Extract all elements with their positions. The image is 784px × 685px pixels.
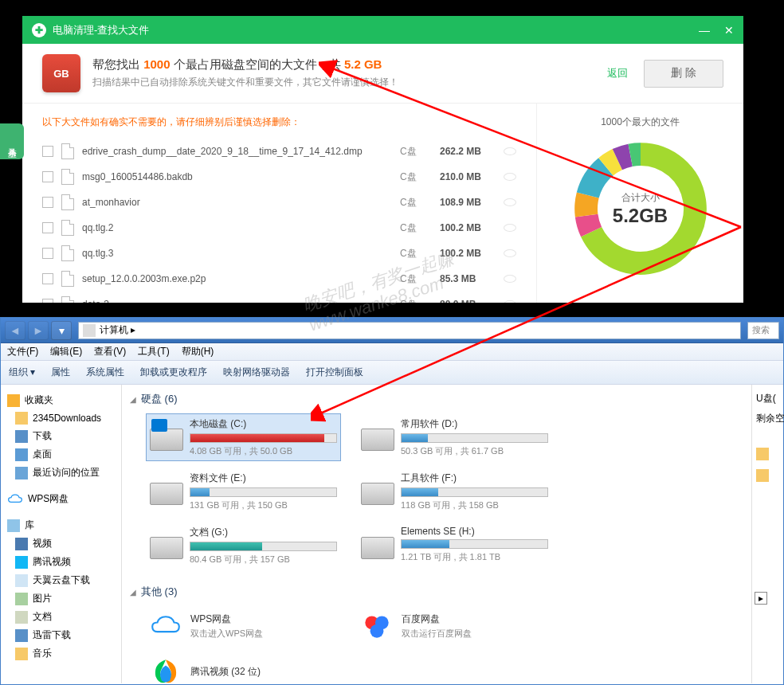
drive-stats: 131 GB 可用 , 共 150 GB [190, 499, 337, 511]
drive-item[interactable]: 资料文件 (E:)131 GB 可用 , 共 150 GB [146, 468, 341, 515]
file-icon [61, 143, 74, 159]
section-disks[interactable]: ◢硬盘 (6) [130, 389, 743, 409]
file-row[interactable]: edrive_crash_dump__date_2020_9_18__time_… [42, 139, 516, 164]
sidebar-item[interactable]: 图片 [1, 589, 121, 608]
nav-dropdown-button[interactable]: ▾ [51, 321, 72, 340]
nav-back-button[interactable]: ◄ [5, 321, 25, 340]
eye-icon[interactable] [504, 275, 516, 283]
eye-icon[interactable] [504, 198, 516, 206]
delete-button[interactable]: 删 除 [644, 60, 723, 88]
drive-item[interactable]: 工具软件 (F:)118 GB 可用 , 共 158 GB [357, 468, 552, 515]
sidebar-item[interactable]: 桌面 [1, 445, 121, 464]
checkbox-icon[interactable] [42, 171, 53, 182]
checkbox-icon[interactable] [42, 222, 53, 233]
file-size: 100.2 MB [440, 222, 504, 233]
drive-name: 常用软件 (D:) [401, 417, 548, 431]
file-list: 以下大文件如有确实不需要的，请仔细辨别后谨慎选择删除： edrive_crash… [22, 104, 536, 303]
drive-name: 资料文件 (E:) [190, 472, 337, 485]
drive-item[interactable]: Elements SE (H:)1.21 TB 可用 , 共 1.81 TB [357, 522, 552, 570]
doc-icon [15, 611, 28, 624]
window-title: 电脑清理-查找大文件 [53, 23, 149, 37]
file-row[interactable]: data-3C盘80.0 MB [42, 292, 516, 303]
app-icon [149, 656, 182, 683]
file-icon [61, 296, 74, 303]
eye-icon[interactable] [504, 173, 516, 181]
toolbar-item[interactable]: 系统属性 [86, 366, 124, 379]
cleaner-header: GB 帮您找出 1000 个最占用磁盘空间的大文件，共 5.2 GB 扫描结果中… [22, 44, 743, 104]
eye-icon[interactable] [504, 249, 516, 257]
search-box[interactable]: 搜索 [747, 322, 779, 339]
places-icon [15, 467, 28, 480]
sidebar-item[interactable]: 下载 [1, 427, 121, 445]
file-size: 100.2 MB [440, 248, 504, 259]
nav-forward-button[interactable]: ► [28, 321, 49, 340]
sidebar-item-wps[interactable]: WPS网盘 [1, 490, 121, 508]
sidebar-item[interactable]: 天翼云盘下载 [1, 571, 121, 589]
menu-item[interactable]: 工具(T) [138, 345, 169, 358]
lib-icon [7, 519, 20, 532]
drive-icon [150, 472, 183, 505]
drive-item[interactable]: 本地磁盘 (C:)4.08 GB 可用 , 共 50.0 GB [146, 413, 341, 461]
file-size: 108.9 MB [440, 197, 504, 208]
file-row[interactable]: setup_12.0.0.2003m.exe.p2pC盘85.3 MB [42, 266, 516, 292]
toolbar-item[interactable]: 映射网络驱动器 [223, 366, 290, 379]
toolbar: 组织 ▾属性系统属性卸载或更改程序映射网络驱动器打开控制面板 [1, 361, 783, 385]
file-name: data-3 [82, 299, 400, 303]
drive-item[interactable]: 常用软件 (D:)50.3 GB 可用 , 共 61.7 GB [357, 413, 552, 461]
sidebar-item[interactable]: 音乐 [1, 644, 121, 663]
other-item[interactable]: 腾讯视频 (32 位) [146, 652, 341, 683]
drive-stats: 80.4 GB 可用 , 共 157 GB [190, 554, 337, 566]
toolbar-item[interactable]: 卸载或更改程序 [140, 366, 207, 379]
other-item[interactable]: 百度网盘双击运行百度网盘 [357, 606, 552, 646]
eye-icon[interactable] [504, 224, 516, 232]
checkbox-icon[interactable] [42, 299, 53, 303]
eye-icon[interactable] [504, 147, 516, 155]
menu-item[interactable]: 帮助(H) [182, 345, 214, 358]
sidebar-item[interactable]: 视频 [1, 534, 121, 553]
sidebar-item[interactable]: 2345Downloads [1, 409, 121, 427]
sidebar-item[interactable]: 最近访问的位置 [1, 464, 121, 482]
file-row[interactable]: at_monhaviorC盘108.9 MB [42, 190, 516, 215]
file-size: 210.0 MB [440, 171, 504, 182]
toolbar-item[interactable]: 属性 [51, 366, 70, 379]
eye-icon[interactable] [504, 300, 516, 303]
file-icon [61, 169, 74, 185]
file-name: qq.tlg.3 [82, 248, 400, 259]
menu-item[interactable]: 文件(F) [7, 345, 38, 358]
toolbar-item[interactable]: 组织 ▾ [9, 366, 35, 379]
file-size: 262.2 MB [440, 146, 504, 157]
app-icon [149, 609, 182, 643]
address-path: 计算机 ▸ [100, 323, 135, 337]
folder-icon[interactable] [756, 469, 769, 482]
sidebar-item[interactable]: 文档 [1, 608, 121, 626]
drive-item[interactable]: 文档 (G:)80.4 GB 可用 , 共 157 GB [146, 522, 341, 570]
back-link[interactable]: 返回 [607, 66, 628, 80]
file-row[interactable]: msg0_1600514486.bakdbC盘210.0 MB [42, 164, 516, 190]
close-button[interactable]: ✕ [724, 24, 734, 37]
file-disk: C盘 [400, 221, 440, 235]
section-other[interactable]: ◢其他 (3) [130, 581, 743, 602]
other-item[interactable]: WPS网盘双击进入WPS网盘 [146, 606, 341, 646]
toolbar-item[interactable]: 打开控制面板 [306, 366, 363, 379]
minimize-button[interactable]: — [699, 24, 710, 37]
checkbox-icon[interactable] [42, 146, 53, 157]
menu-item[interactable]: 编辑(E) [50, 345, 82, 358]
sidebar-item[interactable]: 收藏夹 [1, 391, 121, 409]
file-name: at_monhavior [82, 197, 400, 208]
menubar: 文件(F)编辑(E)查看(V)工具(T)帮助(H) [1, 343, 783, 361]
folder-icon[interactable] [756, 448, 769, 460]
side-tab[interactable]: 马查杀 [0, 123, 24, 159]
file-row[interactable]: qq.tlg.3C盘100.2 MB [42, 241, 516, 266]
checkbox-icon[interactable] [42, 273, 53, 284]
checkbox-icon[interactable] [42, 197, 53, 208]
address-bar[interactable]: 计算机 ▸ [78, 322, 741, 339]
file-disk: C盘 [400, 272, 440, 286]
checkbox-icon[interactable] [42, 248, 53, 259]
sidebar-item[interactable]: 迅雷下载 [1, 626, 121, 644]
sidebar-item[interactable]: 库 [1, 516, 121, 534]
file-row[interactable]: qq.tlg.2C盘100.2 MB [42, 215, 516, 241]
right-panel: U盘( 剩余空 [751, 385, 783, 683]
sidebar-item[interactable]: 腾讯视频 [1, 553, 121, 571]
menu-item[interactable]: 查看(V) [94, 345, 126, 358]
scroll-right-button[interactable]: ▸ [755, 592, 767, 605]
